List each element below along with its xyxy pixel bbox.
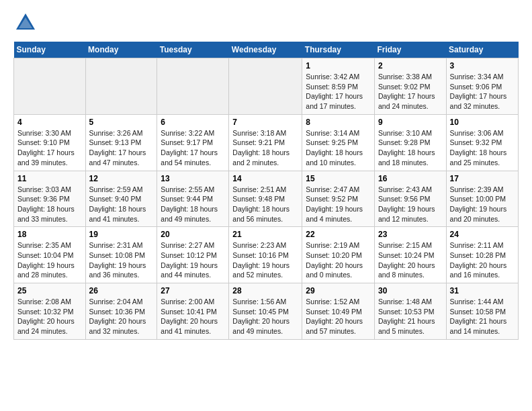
day-info: Sunrise: 3:42 AM Sunset: 8:59 PM Dayligh…: [306, 72, 371, 111]
calendar-cell: 18Sunrise: 2:35 AM Sunset: 10:04 PM Dayl…: [14, 227, 86, 283]
day-info: Sunrise: 1:48 AM Sunset: 10:53 PM Daylig…: [378, 297, 443, 336]
day-info: Sunrise: 1:52 AM Sunset: 10:49 PM Daylig…: [306, 297, 371, 336]
calendar-cell: 17Sunrise: 2:39 AM Sunset: 10:00 PM Dayl…: [446, 171, 518, 227]
calendar-cell: 31Sunrise: 1:44 AM Sunset: 10:58 PM Dayl…: [446, 283, 518, 340]
day-info: Sunrise: 2:15 AM Sunset: 10:24 PM Daylig…: [378, 240, 443, 280]
weekday-wednesday: Wednesday: [229, 42, 302, 58]
calendar-cell: 30Sunrise: 1:48 AM Sunset: 10:53 PM Dayl…: [374, 283, 446, 340]
day-info: Sunrise: 2:39 AM Sunset: 10:00 PM Daylig…: [450, 185, 515, 224]
day-info: Sunrise: 2:11 AM Sunset: 10:28 PM Daylig…: [450, 240, 515, 280]
calendar-cell: 23Sunrise: 2:15 AM Sunset: 10:24 PM Dayl…: [374, 227, 446, 283]
calendar-cell: [14, 58, 86, 115]
calendar-cell: 15Sunrise: 2:47 AM Sunset: 9:52 PM Dayli…: [302, 171, 375, 227]
day-number: 29: [306, 286, 371, 295]
day-number: 20: [161, 230, 225, 239]
calendar-header: SundayMondayTuesdayWednesdayThursdayFrid…: [14, 42, 519, 58]
week-row-2: 4Sunrise: 3:30 AM Sunset: 9:10 PM Daylig…: [14, 114, 519, 171]
calendar-cell: 27Sunrise: 2:00 AM Sunset: 10:41 PM Dayl…: [157, 283, 229, 340]
day-number: 2: [378, 61, 443, 71]
day-number: 24: [450, 230, 515, 239]
day-number: 19: [89, 230, 154, 239]
day-number: 3: [450, 61, 515, 71]
calendar-cell: 1Sunrise: 3:42 AM Sunset: 8:59 PM Daylig…: [302, 58, 375, 115]
day-info: Sunrise: 2:51 AM Sunset: 9:48 PM Dayligh…: [232, 185, 298, 224]
weekday-sunday: Sunday: [14, 42, 86, 58]
calendar-cell: 19Sunrise: 2:31 AM Sunset: 10:08 PM Dayl…: [85, 227, 157, 283]
day-number: 9: [378, 118, 443, 127]
day-info: Sunrise: 2:47 AM Sunset: 9:52 PM Dayligh…: [306, 185, 371, 224]
weekday-header-row: SundayMondayTuesdayWednesdayThursdayFrid…: [14, 42, 519, 58]
day-number: 12: [89, 174, 154, 183]
day-number: 31: [450, 286, 515, 295]
day-number: 23: [378, 230, 443, 239]
calendar-cell: 12Sunrise: 2:59 AM Sunset: 9:40 PM Dayli…: [85, 171, 157, 227]
calendar-cell: 13Sunrise: 2:55 AM Sunset: 9:44 PM Dayli…: [157, 171, 229, 227]
day-info: Sunrise: 2:08 AM Sunset: 10:32 PM Daylig…: [17, 297, 82, 336]
calendar-cell: 25Sunrise: 2:08 AM Sunset: 10:32 PM Dayl…: [14, 283, 86, 340]
calendar-cell: 20Sunrise: 2:27 AM Sunset: 10:12 PM Dayl…: [157, 227, 229, 283]
day-info: Sunrise: 2:59 AM Sunset: 9:40 PM Dayligh…: [89, 185, 154, 224]
day-number: 14: [232, 174, 298, 183]
day-number: 10: [450, 118, 515, 127]
day-number: 15: [306, 174, 371, 183]
day-info: Sunrise: 3:10 AM Sunset: 9:28 PM Dayligh…: [378, 128, 443, 168]
logo: [13, 11, 42, 35]
calendar-cell: 21Sunrise: 2:23 AM Sunset: 10:16 PM Dayl…: [229, 227, 302, 283]
calendar-cell: 26Sunrise: 2:04 AM Sunset: 10:36 PM Dayl…: [85, 283, 157, 340]
calendar-cell: 2Sunrise: 3:38 AM Sunset: 9:02 PM Daylig…: [374, 58, 446, 115]
day-number: 7: [232, 118, 298, 127]
calendar-cell: 7Sunrise: 3:18 AM Sunset: 9:21 PM Daylig…: [229, 114, 302, 171]
day-info: Sunrise: 3:26 AM Sunset: 9:13 PM Dayligh…: [89, 128, 154, 168]
calendar-cell: 5Sunrise: 3:26 AM Sunset: 9:13 PM Daylig…: [85, 114, 157, 171]
day-number: 16: [378, 174, 443, 183]
calendar-cell: [229, 58, 302, 115]
day-number: 18: [17, 230, 82, 239]
calendar-cell: 10Sunrise: 3:06 AM Sunset: 9:32 PM Dayli…: [446, 114, 518, 171]
weekday-saturday: Saturday: [446, 42, 518, 58]
day-number: 25: [17, 286, 82, 295]
day-info: Sunrise: 3:14 AM Sunset: 9:25 PM Dayligh…: [306, 128, 371, 168]
day-info: Sunrise: 2:35 AM Sunset: 10:04 PM Daylig…: [17, 240, 82, 280]
calendar-cell: 8Sunrise: 3:14 AM Sunset: 9:25 PM Daylig…: [302, 114, 375, 171]
day-number: 11: [17, 174, 82, 183]
day-info: Sunrise: 2:23 AM Sunset: 10:16 PM Daylig…: [232, 240, 298, 280]
day-info: Sunrise: 3:22 AM Sunset: 9:17 PM Dayligh…: [161, 128, 225, 168]
calendar-cell: 4Sunrise: 3:30 AM Sunset: 9:10 PM Daylig…: [14, 114, 86, 171]
day-number: 27: [161, 286, 225, 295]
weekday-thursday: Thursday: [302, 42, 375, 58]
weekday-tuesday: Tuesday: [157, 42, 229, 58]
calendar-cell: 28Sunrise: 1:56 AM Sunset: 10:45 PM Dayl…: [229, 283, 302, 340]
day-info: Sunrise: 2:55 AM Sunset: 9:44 PM Dayligh…: [161, 185, 225, 224]
day-number: 22: [306, 230, 371, 239]
day-info: Sunrise: 3:34 AM Sunset: 9:06 PM Dayligh…: [450, 72, 515, 111]
day-number: 5: [89, 118, 154, 127]
day-info: Sunrise: 1:56 AM Sunset: 10:45 PM Daylig…: [232, 297, 298, 336]
calendar-table: SundayMondayTuesdayWednesdayThursdayFrid…: [13, 42, 519, 340]
day-number: 30: [378, 286, 443, 295]
week-row-3: 11Sunrise: 3:03 AM Sunset: 9:36 PM Dayli…: [14, 171, 519, 227]
weekday-monday: Monday: [85, 42, 157, 58]
logo-icon: [13, 11, 38, 35]
calendar-body: 1Sunrise: 3:42 AM Sunset: 8:59 PM Daylig…: [14, 58, 519, 340]
calendar-cell: 16Sunrise: 2:43 AM Sunset: 9:56 PM Dayli…: [374, 171, 446, 227]
day-number: 13: [161, 174, 225, 183]
calendar-cell: [157, 58, 229, 115]
weekday-friday: Friday: [374, 42, 446, 58]
day-info: Sunrise: 2:04 AM Sunset: 10:36 PM Daylig…: [89, 297, 154, 336]
day-number: 26: [89, 286, 154, 295]
day-info: Sunrise: 3:06 AM Sunset: 9:32 PM Dayligh…: [450, 128, 515, 168]
day-number: 21: [232, 230, 298, 239]
week-row-1: 1Sunrise: 3:42 AM Sunset: 8:59 PM Daylig…: [14, 58, 519, 115]
day-info: Sunrise: 3:03 AM Sunset: 9:36 PM Dayligh…: [17, 185, 82, 224]
day-number: 8: [306, 118, 371, 127]
calendar-cell: 29Sunrise: 1:52 AM Sunset: 10:49 PM Dayl…: [302, 283, 375, 340]
day-info: Sunrise: 3:38 AM Sunset: 9:02 PM Dayligh…: [378, 72, 443, 111]
day-number: 6: [161, 118, 225, 127]
day-info: Sunrise: 2:31 AM Sunset: 10:08 PM Daylig…: [89, 240, 154, 280]
day-number: 17: [450, 174, 515, 183]
day-info: Sunrise: 3:30 AM Sunset: 9:10 PM Dayligh…: [17, 128, 82, 168]
day-info: Sunrise: 3:18 AM Sunset: 9:21 PM Dayligh…: [232, 128, 298, 168]
day-number: 1: [306, 61, 371, 71]
day-info: Sunrise: 2:43 AM Sunset: 9:56 PM Dayligh…: [378, 185, 443, 224]
day-number: 4: [17, 118, 82, 127]
